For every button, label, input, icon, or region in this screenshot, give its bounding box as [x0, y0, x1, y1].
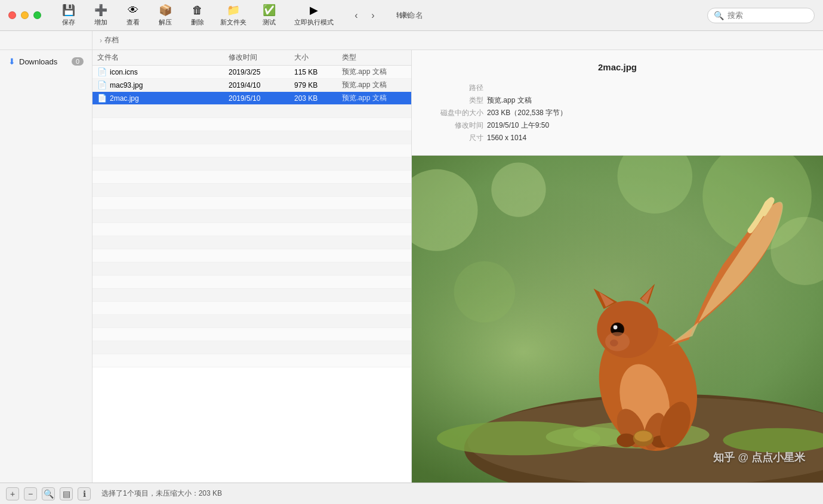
preview-info: 2mac.jpg 路径 类型 预览.app 文稿 磁盘中的大小 203 KB（2…	[412, 50, 823, 156]
window-controls	[0, 11, 41, 19]
view-button[interactable]: 👁 查看	[118, 2, 149, 29]
delete-label: 删除	[191, 18, 204, 27]
remove-item-button[interactable]: −	[24, 487, 37, 500]
list-icon: ▤	[63, 489, 70, 499]
file-list-header: 文件名 修改时间 大小 类型	[93, 50, 411, 66]
preview-image-svg	[412, 156, 823, 483]
file-size: 979 KB	[289, 81, 337, 89]
table-row-empty	[93, 131, 411, 144]
col-date: 修改时间	[224, 52, 289, 63]
file-date: 2019/5/10	[224, 94, 289, 103]
meta-disksize-label: 磁盘中的大小	[430, 108, 483, 118]
add-item-button[interactable]: +	[6, 487, 19, 500]
preview-filename: 2mac.jpg	[430, 62, 805, 72]
file-size: 115 KB	[289, 68, 337, 76]
save-button[interactable]: 💾 保存	[53, 1, 84, 29]
main-area: ⬇ Downloads 0 文件名 修改时间 大小 类型 📄 icon.icns…	[0, 50, 823, 483]
table-row-empty	[93, 249, 411, 262]
table-row-empty	[93, 276, 411, 289]
file-name-cell: 📄 mac93.jpg	[93, 81, 224, 89]
decompress-button[interactable]: 📦 解压	[150, 1, 181, 29]
test-button[interactable]: ✅ 测试	[254, 1, 285, 29]
meta-modified-row: 修改时间 2019/5/10 上午9:50	[430, 120, 805, 131]
meta-dimensions-val: 1560 x 1014	[487, 134, 526, 142]
table-row[interactable]: 📄 mac93.jpg 2019/4/10 979 KB 预览.app 文稿	[93, 79, 411, 92]
table-row-empty	[93, 197, 411, 210]
file-icon: 📄	[97, 67, 107, 76]
table-row[interactable]: 📄 2mac.jpg 2019/5/10 203 KB 预览.app 文稿	[93, 92, 411, 105]
execute-label: 立即执行模式	[294, 18, 334, 27]
toolbar: 💾 保存 ➕ 增加 👁 查看 📦 解压 🗑 删除 📁 新文件夹 ✅ 测试 ▶	[41, 1, 707, 29]
meta-path-label: 路径	[430, 83, 483, 93]
new-folder-icon: 📁	[227, 4, 240, 17]
file-size: 203 KB	[289, 94, 337, 103]
path-segment: 存档	[104, 35, 119, 45]
preview-pane: 2mac.jpg 路径 类型 预览.app 文稿 磁盘中的大小 203 KB（2…	[412, 50, 823, 483]
back-button[interactable]: ‹	[348, 7, 365, 24]
file-type: 预览.app 文稿	[337, 93, 411, 103]
svg-point-13	[546, 426, 628, 447]
info-button[interactable]: ℹ	[78, 487, 91, 500]
delete-button[interactable]: 🗑 删除	[182, 2, 213, 29]
table-row[interactable]: 📄 icon.icns 2019/3/25 115 KB 预览.app 文稿	[93, 66, 411, 79]
search-bar[interactable]: 🔍	[707, 8, 815, 23]
save-icon: 💾	[62, 4, 75, 17]
meta-type-val: 预览.app 文稿	[487, 95, 532, 106]
maximize-button[interactable]	[33, 11, 41, 19]
file-type: 预览.app 文稿	[337, 67, 411, 77]
meta-dimensions-row: 尺寸 1560 x 1014	[430, 133, 805, 143]
meta-type-label: 类型	[430, 95, 483, 106]
execute-button[interactable]: ▶ 立即执行模式	[286, 1, 342, 29]
forward-button[interactable]: ›	[365, 7, 381, 24]
sidebar-item-label: Downloads	[19, 57, 57, 66]
close-button[interactable]	[8, 11, 16, 19]
table-row-empty	[93, 354, 411, 367]
status-text: 选择了1个项目，未压缩大小：203 KB	[101, 488, 222, 499]
svg-point-23	[614, 325, 618, 329]
file-name-cell: 📄 2mac.jpg	[93, 94, 224, 103]
add-label: 增加	[94, 18, 107, 27]
new-folder-button[interactable]: 📁 新文件夹	[214, 1, 252, 29]
meta-modified-val: 2019/5/10 上午9:50	[487, 120, 549, 131]
file-name-cell: 📄 icon.icns	[93, 67, 224, 76]
file-icon: 📄	[97, 81, 107, 89]
file-pane: 文件名 修改时间 大小 类型 📄 icon.icns 2019/3/25 115…	[93, 50, 412, 483]
minimize-button[interactable]	[21, 11, 29, 19]
table-row-empty	[93, 302, 411, 315]
svg-point-25	[605, 332, 630, 351]
table-row-empty	[93, 118, 411, 131]
decompress-icon: 📦	[159, 4, 172, 17]
add-button[interactable]: ➕ 增加	[85, 1, 116, 29]
table-row-empty	[93, 144, 411, 157]
meta-path-row: 路径	[430, 83, 805, 93]
window-title: 未命名	[400, 10, 423, 21]
new-folder-label: 新文件夹	[220, 18, 246, 27]
meta-dimensions-label: 尺寸	[430, 133, 483, 143]
file-type: 预览.app 文稿	[337, 80, 411, 90]
search-input[interactable]	[728, 11, 805, 20]
meta-disksize-row: 磁盘中的大小 203 KB（202,538 字节）	[430, 108, 805, 118]
table-row-empty	[93, 328, 411, 341]
delete-icon: 🗑	[192, 4, 203, 17]
svg-point-31	[634, 431, 652, 441]
table-row-empty	[93, 236, 411, 249]
search-bottom-icon: 🔍	[44, 489, 54, 499]
bottom-bar: + − 🔍 ▤ ℹ 选择了1个项目，未压缩大小：203 KB	[0, 483, 823, 504]
svg-point-3	[491, 162, 545, 217]
test-label: 测试	[263, 18, 276, 27]
table-row-empty	[93, 157, 411, 171]
file-name: icon.icns	[110, 68, 138, 76]
file-date: 2019/4/10	[224, 81, 289, 89]
view-toggle-button[interactable]: ▤	[60, 487, 73, 500]
sidebar-item-downloads[interactable]: ⬇ Downloads 0	[2, 54, 90, 69]
sidebar: ⬇ Downloads 0	[0, 50, 93, 483]
file-name: mac93.jpg	[110, 81, 143, 89]
meta-type-row: 类型 预览.app 文稿	[430, 95, 805, 106]
col-name: 文件名	[93, 52, 224, 63]
table-row-empty	[93, 289, 411, 302]
test-icon: ✅	[263, 4, 276, 17]
view-icon: 👁	[128, 4, 138, 17]
table-row-empty	[93, 210, 411, 223]
search-button[interactable]: 🔍	[42, 487, 55, 500]
col-type: 类型	[337, 52, 411, 63]
